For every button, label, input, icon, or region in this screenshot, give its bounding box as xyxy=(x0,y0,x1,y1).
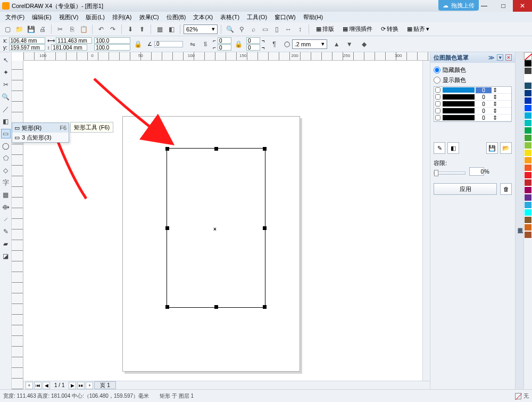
open-mask-button[interactable]: 📂 xyxy=(500,142,512,154)
swatch[interactable] xyxy=(524,216,532,224)
swatch[interactable] xyxy=(524,127,532,134)
snap-group[interactable]: ▦ 贴齐 ▾ xyxy=(403,24,433,35)
menu-X[interactable]: 文本(X) xyxy=(190,12,216,22)
pick-tool[interactable]: ↖ xyxy=(1,55,11,65)
menu-T[interactable]: 表格(T) xyxy=(217,12,243,22)
menu-H[interactable]: 帮助(H) xyxy=(300,12,326,22)
first-page[interactable]: ⏮ xyxy=(34,382,41,389)
add-page-button[interactable]: + xyxy=(26,382,33,389)
color-list[interactable]: 0⇕0⇕0⇕0⇕0⇕ xyxy=(434,86,512,122)
color-row-3[interactable]: 0⇕ xyxy=(434,108,511,114)
polygon-tool[interactable]: ⬠ xyxy=(1,153,11,163)
close-button[interactable]: ✕ xyxy=(513,0,532,12)
pos-y-input[interactable] xyxy=(9,44,45,51)
flyout-rect3[interactable]: ▭3 点矩形(3) xyxy=(12,133,69,142)
swatch[interactable] xyxy=(524,231,532,239)
welcome-button[interactable]: ◧ xyxy=(166,24,177,35)
swatch[interactable] xyxy=(524,97,532,104)
swatch[interactable] xyxy=(524,82,532,89)
canvas[interactable]: 100050100150200250300350毫米 × ▭矩形(R)F6▭3 … xyxy=(12,52,430,389)
delete-mask-button[interactable]: 🗑 xyxy=(500,183,512,195)
import-button[interactable]: ⬇ xyxy=(125,24,136,35)
add-page-after[interactable]: + xyxy=(86,382,93,389)
height-input[interactable] xyxy=(51,44,87,51)
menu-W[interactable]: 窗口(W) xyxy=(271,12,299,22)
new-button[interactable]: ▢ xyxy=(2,24,13,35)
outline-tool[interactable]: ✎ xyxy=(1,227,11,236)
menu-O[interactable]: 工具(O) xyxy=(244,12,270,22)
swatch[interactable] xyxy=(524,142,532,149)
menu-L[interactable]: 版面(L) xyxy=(82,12,107,22)
copy-button[interactable]: ⎘ xyxy=(66,24,77,35)
wrap-text-button[interactable]: ¶ xyxy=(269,39,280,50)
blend-tool[interactable]: ⟴ xyxy=(1,202,11,212)
smart-fill-tool[interactable]: ◧ xyxy=(1,117,11,126)
interactive-fill-tool[interactable]: ◪ xyxy=(1,251,11,261)
swatch[interactable] xyxy=(524,60,532,67)
docker-close-icon[interactable]: × xyxy=(505,54,512,61)
ellipse-tool[interactable]: ◯ xyxy=(1,141,11,151)
toback-button[interactable]: ▼ xyxy=(344,39,355,50)
mirror-v-button[interactable]: ⥮ xyxy=(200,39,211,50)
shape-tool[interactable]: ✦ xyxy=(1,68,11,77)
menu-A[interactable]: 排列(A) xyxy=(109,12,135,22)
apply-button[interactable]: 应用 xyxy=(434,183,497,195)
docker-collapse-icon[interactable]: ≫ xyxy=(488,54,495,61)
swatch[interactable] xyxy=(524,186,532,194)
menu-E[interactable]: 编辑(E) xyxy=(29,12,55,22)
zoom-all[interactable]: ▭ xyxy=(260,24,270,35)
swatch[interactable] xyxy=(524,134,532,142)
app-launcher[interactable]: ▦ xyxy=(154,24,165,35)
scale-y-input[interactable] xyxy=(94,44,130,51)
swatch[interactable] xyxy=(524,164,532,171)
menu-F[interactable]: 文件(F) xyxy=(2,12,28,22)
menu-B[interactable]: 位图(B) xyxy=(163,12,189,22)
zoom-in-button[interactable]: 🔍 xyxy=(225,24,235,35)
save-mask-button[interactable]: 💾 xyxy=(486,142,498,154)
cloud-upload[interactable]: ☁ 拖拽上传 xyxy=(438,0,479,11)
flyout-rect[interactable]: ▭矩形(R)F6 xyxy=(12,123,69,133)
eyedropper-tool[interactable]: ⟋ xyxy=(1,215,11,224)
swatch[interactable] xyxy=(524,201,532,209)
swatch[interactable] xyxy=(524,224,532,231)
outline-width[interactable]: .2 mm▾ xyxy=(292,39,327,49)
swatch[interactable] xyxy=(524,119,532,127)
swatch[interactable] xyxy=(524,67,532,75)
menu-V[interactable]: 视图(V) xyxy=(56,12,82,22)
mirror-h-button[interactable]: ⇋ xyxy=(187,39,198,50)
corner-tr[interactable] xyxy=(246,37,260,44)
fill-tool[interactable]: ▰ xyxy=(1,239,11,249)
docker-menu-icon[interactable]: ▾ xyxy=(497,54,503,61)
swatch[interactable] xyxy=(524,179,532,186)
color-row-0[interactable]: 0⇕ xyxy=(434,87,511,94)
basic-shapes-tool[interactable]: ◇ xyxy=(1,166,11,175)
paste-button[interactable]: 📋 xyxy=(78,24,89,35)
swatch[interactable] xyxy=(524,104,532,112)
zoom-tool[interactable]: 🔍 xyxy=(1,92,11,102)
convert-curves-button[interactable]: ◆ xyxy=(359,39,370,50)
undo-button[interactable]: ↶ xyxy=(96,24,106,35)
docker-side-tab[interactable]: 位图颜色遮罩 xyxy=(515,52,523,389)
cut-button[interactable]: ✂ xyxy=(55,24,65,35)
color-row-2[interactable]: 0⇕ xyxy=(434,101,511,108)
export-button[interactable]: ⬆ xyxy=(137,24,147,35)
color-row-1[interactable]: 0⇕ xyxy=(434,94,511,101)
swatch[interactable] xyxy=(524,75,532,82)
open-button[interactable]: 📁 xyxy=(14,24,24,35)
print-button[interactable]: 🖨 xyxy=(37,24,48,35)
arrange-group[interactable]: ▦ 排版 xyxy=(312,24,338,35)
corner-br[interactable] xyxy=(246,44,260,51)
redo-button[interactable]: ↷ xyxy=(107,24,118,35)
tolerance-slider[interactable] xyxy=(434,171,466,175)
angle-input[interactable] xyxy=(154,41,183,47)
swatch[interactable] xyxy=(524,149,532,157)
save-button[interactable]: 💾 xyxy=(26,24,36,35)
page-tab-1[interactable]: 页 1 xyxy=(94,381,115,389)
swatch[interactable] xyxy=(524,112,532,119)
color-edit-button[interactable]: ◧ xyxy=(447,142,459,154)
swatch[interactable] xyxy=(524,171,532,179)
zoom-page[interactable]: ▯ xyxy=(271,24,282,35)
rectangle-tool[interactable]: ▭ xyxy=(1,129,11,138)
enhance-group[interactable]: ▦ 增强插件 xyxy=(339,24,376,35)
eyedropper-button[interactable]: ✎ xyxy=(434,142,445,154)
